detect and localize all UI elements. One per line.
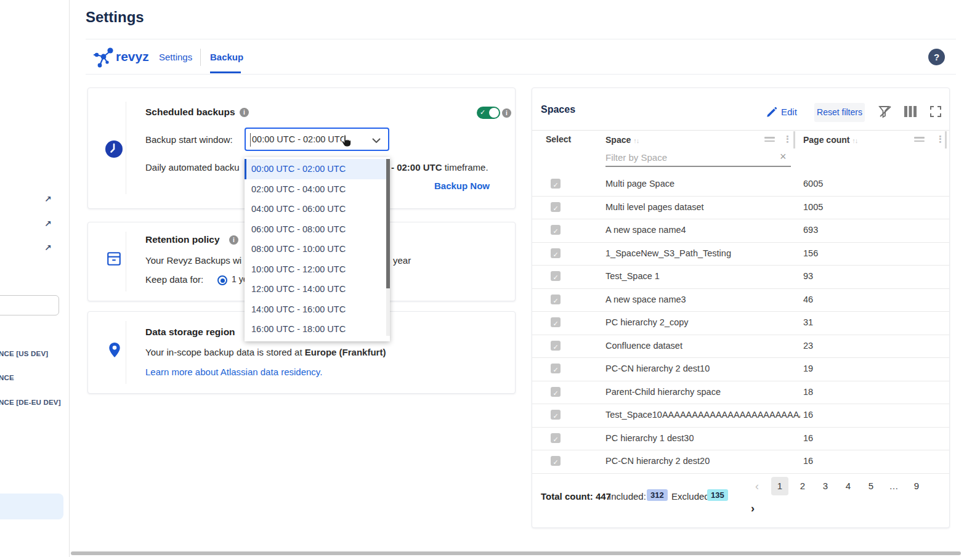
row-checkbox[interactable]: ✓ [551,341,561,351]
table-row: ✓Test_Space 193 [532,266,949,289]
row-checkbox[interactable]: ✓ [551,456,561,466]
check-icon: ✓ [553,343,558,351]
pagination: ‹12345…9› [748,477,931,518]
column-header-page-count[interactable]: Page count ↑↓ [803,135,857,145]
filter-by-space-input[interactable]: Filter by Space [605,152,667,163]
column-resize-icon[interactable] [914,135,925,144]
row-checkbox[interactable]: ✓ [551,271,561,281]
row-checkbox[interactable]: ✓ [551,202,561,212]
backup-window-dropdown: 00:00 UTC - 02:00 UTC02:00 UTC - 04:00 U… [245,157,390,341]
page-button[interactable]: 3 [817,477,834,495]
mouse-cursor-hand [338,134,352,148]
info-icon[interactable]: i [502,108,511,118]
dropdown-option[interactable]: 14:00 UTC - 16:00 UTC [245,299,390,320]
retention-text-right: year [393,255,411,266]
sidebar-selected-item[interactable] [0,494,63,519]
column-menu-icon[interactable]: ⋮ [936,134,945,145]
sidebar-item-instance[interactable]: NCE [US DEV] [0,350,48,357]
space-name: Parent-Child hierarchy space [605,387,721,397]
spaces-card: Spaces Edit Reset filters Select Space ↑… [532,87,950,528]
left-sidebar: ↗ ↗ ↗ NCE [US DEV] NCE NCE [DE-EU DEV] [0,0,70,557]
check-icon: ✓ [553,366,558,373]
column-divider[interactable] [945,131,947,148]
external-link-icon[interactable]: ↗ [44,243,52,253]
page-count-value: 31 [803,317,813,327]
check-icon: ✓ [553,320,558,327]
retention-policy-title: Retention policy [145,234,220,245]
page-button[interactable]: 4 [840,477,857,495]
column-menu-icon[interactable]: ⋮ [783,134,792,145]
horizontal-scrollbar[interactable] [71,551,961,555]
keep-data-label: Keep data for: [145,274,203,285]
dropdown-option[interactable]: 08:00 UTC - 10:00 UTC [245,239,390,259]
columns-icon[interactable] [904,106,917,117]
page-button[interactable]: 2 [794,477,811,495]
sort-icon[interactable]: ↑↓ [852,137,857,144]
clear-filter-icon[interactable]: × [780,150,787,163]
clock-icon [105,140,123,158]
divider [86,74,956,75]
edit-pencil-icon[interactable] [766,106,778,118]
column-header-space[interactable]: Space ↑↓ [605,135,639,145]
row-checkbox[interactable]: ✓ [551,225,561,235]
external-link-icon[interactable]: ↗ [44,219,52,229]
dropdown-scrollbar-thumb[interactable] [386,159,390,288]
dropdown-option[interactable]: 12:00 UTC - 14:00 UTC [245,279,390,299]
external-link-icon[interactable]: ↗ [44,194,52,204]
sidebar-search-input[interactable] [0,295,59,315]
table-row: ✓A new space name346 [532,289,949,312]
tab-backup[interactable]: Backup [210,52,243,62]
check-icon: ✓ [553,297,558,304]
backup-start-window-label: Backup start window: [145,134,233,145]
backup-window-select[interactable]: 00:00 UTC - 02:00 UTC [245,128,389,151]
row-checkbox[interactable]: ✓ [551,410,561,420]
divider [532,130,949,131]
page-button[interactable]: … [885,477,902,495]
chevron-down-icon [372,138,381,143]
help-icon[interactable]: ? [928,49,945,65]
data-residency-link[interactable]: Learn more about Atlassian data residenc… [145,367,322,377]
tab-settings[interactable]: Settings [159,52,192,62]
reset-filters-button[interactable]: Reset filters [814,103,865,122]
row-checkbox[interactable]: ✓ [551,295,561,304]
dropdown-option[interactable]: 02:00 UTC - 04:00 UTC [245,179,390,200]
dropdown-option[interactable]: 00:00 UTC - 02:00 UTC [245,159,390,179]
backup-now-link[interactable]: Backup Now [434,181,490,191]
info-icon[interactable]: i [240,108,249,117]
fullscreen-icon[interactable] [930,106,941,117]
next-page-button[interactable]: › [748,499,768,518]
prev-page-button[interactable]: ‹ [748,477,766,495]
table-row: ✓PC hierarchy 1 dest3016 [532,428,949,451]
dropdown-option[interactable]: 16:00 UTC - 18:00 UTC [245,319,390,339]
column-resize-icon[interactable] [764,135,775,144]
check-icon: ✓ [553,389,558,397]
page-button[interactable]: 1 [771,477,788,495]
table-row: ✓Test_Space10AAAAAAAAAAAAAAAAAAAAAAAAA16 [532,404,949,428]
row-checkbox[interactable]: ✓ [551,364,561,373]
row-checkbox[interactable]: ✓ [551,317,561,327]
page-button[interactable]: 5 [862,477,880,495]
dropdown-option[interactable]: 04:00 UTC - 06:00 UTC [245,199,390,219]
check-icon: ✓ [553,436,558,443]
divider [86,39,956,39]
sort-icon[interactable]: ↑↓ [633,137,639,144]
column-divider[interactable] [793,131,795,148]
row-checkbox[interactable]: ✓ [551,248,561,258]
scheduled-backups-toggle[interactable]: ✓ [477,107,500,119]
edit-button[interactable]: Edit [781,107,797,117]
filter-off-icon[interactable] [878,105,893,118]
sidebar-item-instance[interactable]: NCE [DE-EU DEV] [0,399,61,406]
table-row: ✓1_SpaceNew_S3_Path_Testing156 [532,243,949,266]
row-checkbox[interactable]: ✓ [551,433,561,443]
dropdown-option[interactable]: 06:00 UTC - 08:00 UTC [245,219,390,240]
sidebar-item-instance[interactable]: NCE [0,374,14,381]
info-icon[interactable]: i [229,235,238,245]
row-checkbox[interactable]: ✓ [551,387,561,397]
page-button[interactable]: 9 [908,477,925,495]
page-count-value: 156 [803,248,818,258]
dropdown-option[interactable]: 10:00 UTC - 12:00 UTC [245,259,390,280]
space-name: PC hierarchy 2_copy [605,317,689,327]
retention-radio-selected[interactable] [217,275,227,285]
row-checkbox[interactable]: ✓ [551,179,561,189]
spaces-rows: ✓Multi page Space6005✓Multi level pages … [532,173,949,474]
